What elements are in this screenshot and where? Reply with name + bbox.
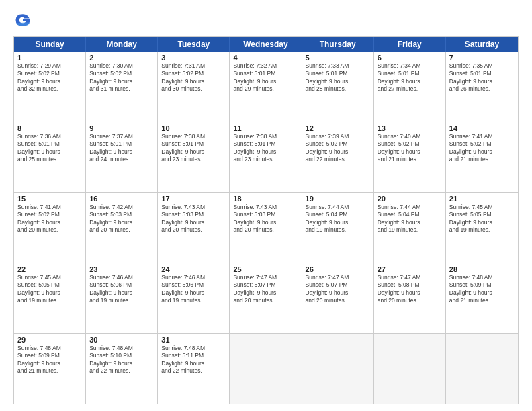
cell-info: Sunrise: 7:39 AM Sunset: 5:02 PM Dayligh…	[306, 133, 370, 164]
cell-info: Sunrise: 7:44 AM Sunset: 5:04 PM Dayligh…	[306, 203, 370, 234]
header-tuesday: Tuesday	[158, 37, 230, 52]
calendar-body: 1Sunrise: 7:29 AM Sunset: 5:02 PM Daylig…	[14, 52, 518, 404]
calendar-cell: 12Sunrise: 7:39 AM Sunset: 5:02 PM Dayli…	[302, 122, 374, 192]
calendar-row: 22Sunrise: 7:45 AM Sunset: 5:05 PM Dayli…	[14, 263, 518, 333]
calendar-cell: 14Sunrise: 7:41 AM Sunset: 5:02 PM Dayli…	[446, 122, 518, 192]
day-number: 5	[306, 54, 370, 62]
calendar-cell: 7Sunrise: 7:35 AM Sunset: 5:01 PM Daylig…	[446, 52, 518, 122]
calendar-row: 8Sunrise: 7:36 AM Sunset: 5:01 PM Daylig…	[14, 122, 518, 192]
day-number: 10	[161, 124, 226, 132]
day-number: 29	[17, 336, 82, 344]
day-number: 16	[89, 195, 154, 203]
calendar-cell: 27Sunrise: 7:47 AM Sunset: 5:08 PM Dayli…	[374, 263, 446, 333]
calendar-cell: 24Sunrise: 7:46 AM Sunset: 5:06 PM Dayli…	[158, 263, 230, 333]
day-number: 23	[89, 265, 154, 273]
day-number: 4	[233, 54, 298, 62]
cell-info: Sunrise: 7:38 AM Sunset: 5:01 PM Dayligh…	[161, 133, 226, 164]
cell-info: Sunrise: 7:32 AM Sunset: 5:01 PM Dayligh…	[233, 62, 298, 93]
calendar-row: 15Sunrise: 7:41 AM Sunset: 5:02 PM Dayli…	[14, 192, 518, 263]
calendar-cell: 31Sunrise: 7:48 AM Sunset: 5:11 PM Dayli…	[158, 334, 230, 404]
header-saturday: Saturday	[446, 37, 518, 52]
day-number: 14	[449, 124, 515, 132]
cell-info: Sunrise: 7:34 AM Sunset: 5:01 PM Dayligh…	[378, 62, 442, 93]
day-number: 2	[89, 54, 154, 62]
header-monday: Monday	[86, 37, 158, 52]
cell-info: Sunrise: 7:45 AM Sunset: 5:05 PM Dayligh…	[17, 274, 82, 305]
calendar-cell: 1Sunrise: 7:29 AM Sunset: 5:02 PM Daylig…	[14, 52, 86, 122]
calendar-row: 29Sunrise: 7:48 AM Sunset: 5:09 PM Dayli…	[14, 333, 518, 404]
header-thursday: Thursday	[302, 37, 374, 52]
cell-info: Sunrise: 7:33 AM Sunset: 5:01 PM Dayligh…	[306, 62, 370, 93]
calendar-cell: 25Sunrise: 7:47 AM Sunset: 5:07 PM Dayli…	[230, 263, 302, 333]
cell-info: Sunrise: 7:44 AM Sunset: 5:04 PM Dayligh…	[378, 203, 442, 234]
cell-info: Sunrise: 7:43 AM Sunset: 5:03 PM Dayligh…	[161, 203, 226, 234]
day-number: 20	[378, 195, 442, 203]
cell-info: Sunrise: 7:43 AM Sunset: 5:03 PM Dayligh…	[233, 203, 298, 234]
cell-info: Sunrise: 7:36 AM Sunset: 5:01 PM Dayligh…	[17, 133, 82, 164]
day-number: 30	[89, 336, 154, 344]
cell-info: Sunrise: 7:42 AM Sunset: 5:03 PM Dayligh…	[89, 203, 154, 234]
calendar-row: 1Sunrise: 7:29 AM Sunset: 5:02 PM Daylig…	[14, 52, 518, 122]
day-number: 6	[378, 54, 442, 62]
cell-info: Sunrise: 7:48 AM Sunset: 5:10 PM Dayligh…	[89, 345, 154, 375]
calendar-cell: 2Sunrise: 7:30 AM Sunset: 5:02 PM Daylig…	[86, 52, 158, 122]
cell-info: Sunrise: 7:48 AM Sunset: 5:09 PM Dayligh…	[17, 345, 82, 375]
calendar-cell: 29Sunrise: 7:48 AM Sunset: 5:09 PM Dayli…	[14, 334, 86, 404]
cell-info: Sunrise: 7:31 AM Sunset: 5:02 PM Dayligh…	[161, 62, 226, 93]
calendar-cell: 17Sunrise: 7:43 AM Sunset: 5:03 PM Dayli…	[158, 193, 230, 263]
cell-info: Sunrise: 7:47 AM Sunset: 5:08 PM Dayligh…	[378, 274, 442, 305]
calendar-cell: 18Sunrise: 7:43 AM Sunset: 5:03 PM Dayli…	[230, 193, 302, 263]
calendar-cell: 16Sunrise: 7:42 AM Sunset: 5:03 PM Dayli…	[86, 193, 158, 263]
day-number: 7	[449, 54, 515, 62]
day-number: 11	[233, 124, 298, 132]
header-wednesday: Wednesday	[230, 37, 302, 52]
calendar-cell: 6Sunrise: 7:34 AM Sunset: 5:01 PM Daylig…	[374, 52, 446, 122]
calendar-cell: 8Sunrise: 7:36 AM Sunset: 5:01 PM Daylig…	[14, 122, 86, 192]
calendar-cell: 22Sunrise: 7:45 AM Sunset: 5:05 PM Dayli…	[14, 263, 86, 333]
calendar: Sunday Monday Tuesday Wednesday Thursday…	[13, 36, 519, 404]
header-sunday: Sunday	[14, 37, 86, 52]
cell-info: Sunrise: 7:37 AM Sunset: 5:01 PM Dayligh…	[89, 133, 154, 164]
cell-info: Sunrise: 7:48 AM Sunset: 5:09 PM Dayligh…	[449, 274, 515, 305]
day-number: 17	[161, 195, 226, 203]
logo	[13, 11, 35, 30]
cell-info: Sunrise: 7:46 AM Sunset: 5:06 PM Dayligh…	[89, 274, 154, 305]
header	[13, 11, 519, 30]
day-number: 26	[306, 265, 370, 273]
day-number: 25	[233, 265, 298, 273]
calendar-cell: 10Sunrise: 7:38 AM Sunset: 5:01 PM Dayli…	[158, 122, 230, 192]
day-number: 15	[17, 195, 82, 203]
calendar-cell: 15Sunrise: 7:41 AM Sunset: 5:02 PM Dayli…	[14, 193, 86, 263]
day-number: 28	[449, 265, 515, 273]
day-number: 8	[17, 124, 82, 132]
calendar-cell: 13Sunrise: 7:40 AM Sunset: 5:02 PM Dayli…	[374, 122, 446, 192]
calendar-cell: 28Sunrise: 7:48 AM Sunset: 5:09 PM Dayli…	[446, 263, 518, 333]
calendar-cell: 3Sunrise: 7:31 AM Sunset: 5:02 PM Daylig…	[158, 52, 230, 122]
calendar-cell: 9Sunrise: 7:37 AM Sunset: 5:01 PM Daylig…	[86, 122, 158, 192]
day-number: 24	[161, 265, 226, 273]
logo-icon	[13, 11, 32, 30]
cell-info: Sunrise: 7:38 AM Sunset: 5:01 PM Dayligh…	[233, 133, 298, 164]
cell-info: Sunrise: 7:46 AM Sunset: 5:06 PM Dayligh…	[161, 274, 226, 305]
calendar-cell: 20Sunrise: 7:44 AM Sunset: 5:04 PM Dayli…	[374, 193, 446, 263]
cell-info: Sunrise: 7:40 AM Sunset: 5:02 PM Dayligh…	[378, 133, 442, 164]
page: Sunday Monday Tuesday Wednesday Thursday…	[0, 0, 532, 411]
calendar-cell	[230, 334, 302, 404]
day-number: 12	[306, 124, 370, 132]
calendar-cell: 30Sunrise: 7:48 AM Sunset: 5:10 PM Dayli…	[86, 334, 158, 404]
header-friday: Friday	[374, 37, 446, 52]
cell-info: Sunrise: 7:30 AM Sunset: 5:02 PM Dayligh…	[89, 62, 154, 93]
calendar-cell	[374, 334, 446, 404]
day-number: 18	[233, 195, 298, 203]
calendar-cell: 11Sunrise: 7:38 AM Sunset: 5:01 PM Dayli…	[230, 122, 302, 192]
day-number: 3	[161, 54, 226, 62]
calendar-cell: 4Sunrise: 7:32 AM Sunset: 5:01 PM Daylig…	[230, 52, 302, 122]
day-number: 13	[378, 124, 442, 132]
calendar-cell	[302, 334, 374, 404]
cell-info: Sunrise: 7:41 AM Sunset: 5:02 PM Dayligh…	[17, 203, 82, 234]
calendar-cell: 19Sunrise: 7:44 AM Sunset: 5:04 PM Dayli…	[302, 193, 374, 263]
cell-info: Sunrise: 7:29 AM Sunset: 5:02 PM Dayligh…	[17, 62, 82, 93]
cell-info: Sunrise: 7:35 AM Sunset: 5:01 PM Dayligh…	[449, 62, 515, 93]
day-number: 27	[378, 265, 442, 273]
calendar-cell	[446, 334, 518, 404]
